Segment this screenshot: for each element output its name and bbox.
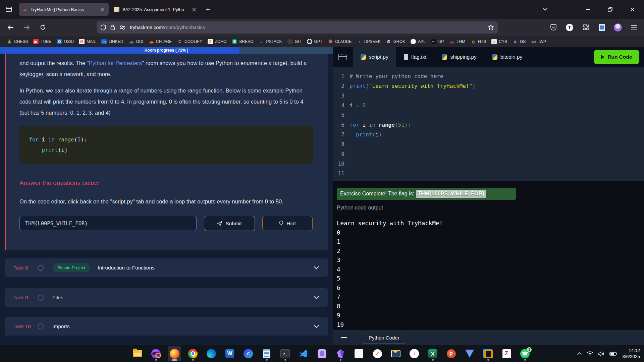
- bookmark-htb[interactable]: ◇HTB: [471, 39, 486, 44]
- taskbar-store-icon[interactable]: [352, 346, 366, 361]
- taskbar-mail-icon[interactable]: [389, 346, 402, 361]
- code-line-8[interactable]: 8: [333, 139, 644, 149]
- menu-hamburger-icon[interactable]: [629, 23, 639, 32]
- file-browser-folder-icon[interactable]: [333, 47, 353, 67]
- bookmark-mail[interactable]: MMAIL: [79, 39, 96, 44]
- pocket-icon[interactable]: [549, 23, 558, 32]
- bookmark-grok[interactable]: ∅GROK: [386, 39, 405, 44]
- hint-button[interactable]: Hint: [262, 216, 313, 231]
- editor-tab-flag.txt[interactable]: flag.txt: [396, 47, 434, 67]
- chevron-down-icon[interactable]: [314, 296, 319, 299]
- profile-avatar-icon[interactable]: [613, 23, 623, 32]
- bookmark-claude[interactable]: ✳CLAUDE: [328, 39, 352, 44]
- restore-button[interactable]: [605, 4, 615, 14]
- taskbar-vmware-icon[interactable]: [481, 346, 495, 361]
- new-tab-button[interactable]: [203, 5, 213, 14]
- code-line-6[interactable]: 6for i in range(51):: [333, 120, 644, 130]
- tab-close-icon[interactable]: [99, 6, 105, 13]
- chevron-down-icon[interactable]: [314, 266, 319, 269]
- taskbar-ppt-icon[interactable]: P: [444, 346, 458, 361]
- taskbar-start-icon[interactable]: [112, 346, 126, 361]
- bookmark-tube[interactable]: ▶TUBE: [33, 39, 51, 44]
- browser-tab-active[interactable]: ☁ TryHackMe | Python Basics: [19, 3, 109, 16]
- code-line-1[interactable]: 1# Write your python code here: [333, 71, 644, 81]
- taskbar-explorer-icon[interactable]: [131, 346, 144, 361]
- url-text[interactable]: tryhackme.com/room/pythonbasics: [130, 25, 205, 30]
- flag-value[interactable]: THM{L00PS_WHILE_FOR}: [416, 190, 486, 198]
- tab-close-icon[interactable]: [191, 6, 197, 13]
- code-line-9[interactable]: 9: [333, 149, 644, 159]
- taskbar-todo-icon[interactable]: ✓: [371, 346, 384, 361]
- bookmark-dpseek[interactable]: ◗DPSEEK: [357, 39, 381, 44]
- taskbar-proton-icon[interactable]: [463, 346, 476, 361]
- forward-button[interactable]: [21, 22, 32, 33]
- minimize-button[interactable]: [583, 4, 593, 14]
- code-line-4[interactable]: 4i = 0: [333, 101, 644, 110]
- code-line-7[interactable]: 7 print(i): [333, 130, 644, 139]
- close-button[interactable]: [627, 4, 637, 14]
- url-bar[interactable]: tryhackme.com/room/pythonbasics: [97, 21, 498, 34]
- run-code-button[interactable]: Run Code: [594, 50, 639, 64]
- reload-button[interactable]: [38, 22, 48, 33]
- bookmark-zoho[interactable]: ZZOHO: [208, 39, 227, 44]
- lock-icon[interactable]: [110, 24, 115, 30]
- bookmark-chess[interactable]: ♟CHESS: [7, 39, 28, 44]
- back-button[interactable]: [5, 22, 15, 33]
- bookmark-iwp[interactable]: wϟIWP: [531, 39, 546, 44]
- chevron-down-icon[interactable]: [314, 325, 319, 328]
- code-line-11[interactable]: 11: [333, 169, 644, 178]
- task-row-task9[interactable]: Task 9Files: [5, 288, 328, 307]
- bookmark-git[interactable]: GIT: [287, 39, 302, 44]
- bookmark-apl[interactable]: APL: [411, 39, 426, 44]
- browser-tab-inactive[interactable]: SA2-2025: Assignment 1: Pytho: [111, 3, 201, 16]
- taskbar-canva-icon[interactable]: C: [241, 346, 255, 361]
- answer-input[interactable]: [19, 216, 197, 231]
- list-all-tabs-icon[interactable]: [540, 4, 550, 14]
- task-row-task10[interactable]: Task 10Imports: [5, 317, 328, 336]
- code-line-10[interactable]: 10: [333, 159, 644, 169]
- bookmark-coolify[interactable]: CCOOLIFY: [177, 39, 202, 44]
- code-line-2[interactable]: 2print("Learn security with TryHackMe!"): [333, 81, 644, 91]
- taskbar-whatsapp-icon[interactable]: ☎1: [518, 346, 532, 361]
- bookmark-pstack[interactable]: ≡PSTACK: [259, 39, 282, 44]
- editor-tab-bitcoin.py[interactable]: bitcoin.py: [484, 47, 530, 67]
- editor-tab-script.py[interactable]: script.py: [353, 47, 396, 67]
- task-row-task8[interactable]: Task 8Bitcoin ProjectIntroduction to Fun…: [5, 258, 328, 277]
- taskbar-mask-icon[interactable]: [149, 346, 163, 361]
- keylogger-term[interactable]: keylogger: [19, 71, 43, 77]
- tracking-shield-icon[interactable]: [101, 24, 106, 31]
- taskbar-obsidian-icon[interactable]: [334, 346, 347, 361]
- python-for-pentesters-link[interactable]: Python for Pentesters: [89, 60, 142, 66]
- bookmark-gpt[interactable]: ✳GPT: [307, 39, 323, 44]
- python-coder-button[interactable]: Python Coder: [362, 332, 406, 344]
- taskbar-notepad-icon[interactable]: [260, 346, 273, 361]
- taskbar-applight-icon[interactable]: [315, 346, 329, 361]
- code-editor-area[interactable]: 1# Write your python code here2print("Le…: [333, 67, 644, 181]
- taskbar-chrome-icon[interactable]: [186, 346, 200, 361]
- code-line-3[interactable]: 3: [333, 91, 644, 101]
- tray-chevron-up-icon[interactable]: [577, 352, 582, 355]
- volume-icon[interactable]: [598, 351, 604, 356]
- taskbar-word-icon[interactable]: W: [223, 346, 236, 361]
- bookmark-cyb[interactable]: ☺CYB: [491, 39, 507, 44]
- taskbar-clock[interactable]: 14:12 3/6/2025: [622, 348, 640, 359]
- taskbar-edge-icon[interactable]: [205, 346, 218, 361]
- wifi-icon[interactable]: [587, 351, 593, 356]
- bookmark-brevo[interactable]: BBREVO: [232, 39, 253, 44]
- taskbar-firefox-icon[interactable]: [168, 346, 181, 361]
- taskbar-zotero-icon[interactable]: Z: [500, 346, 513, 361]
- minimize-panel-icon[interactable]: [341, 337, 347, 338]
- bookmark-linked[interactable]: inLINKED: [101, 39, 123, 44]
- editor-tab-shipping.py[interactable]: shipping.py: [434, 47, 484, 67]
- bookmark-thm[interactable]: ☁THM: [449, 39, 465, 44]
- code-line-12[interactable]: 12: [333, 178, 644, 181]
- permissions-icon[interactable]: [119, 25, 125, 29]
- bookmark-usiu[interactable]: OUSIU: [57, 39, 74, 44]
- bookmark-cflare[interactable]: ☁CFLARE: [149, 39, 172, 44]
- taskbar-excel-icon[interactable]: X: [426, 346, 439, 361]
- taskbar-music-icon[interactable]: ♪: [408, 346, 421, 361]
- submit-button[interactable]: Submit: [204, 216, 255, 231]
- firefox-view-icon[interactable]: [3, 4, 14, 15]
- reader-document-icon[interactable]: [597, 23, 606, 32]
- extensions-puzzle-icon[interactable]: [581, 23, 590, 32]
